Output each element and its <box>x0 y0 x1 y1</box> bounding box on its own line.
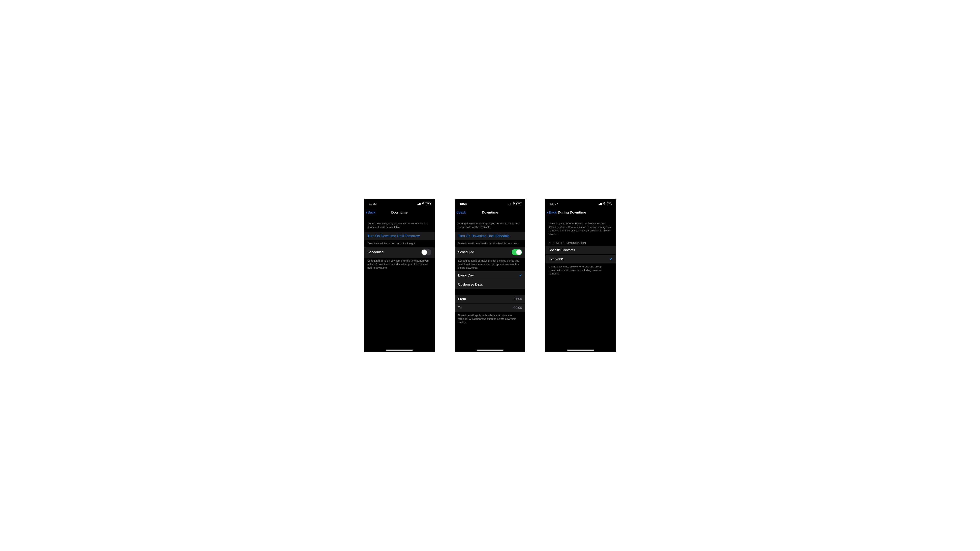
every-day-row[interactable]: Every Day ✓ <box>455 271 525 280</box>
section-gap <box>455 289 525 295</box>
turn-on-caption: Downtime will be turned on until schedul… <box>455 240 525 247</box>
cellular-signal-icon <box>598 203 602 205</box>
status-time: 18:27 <box>369 202 377 205</box>
content: During downtime, only apps you choose to… <box>364 217 434 352</box>
home-indicator[interactable] <box>386 349 413 351</box>
scheduled-label: Scheduled <box>458 250 474 254</box>
status-right: 25 <box>598 202 612 205</box>
wifi-icon <box>422 202 425 205</box>
page-title: During Downtime <box>558 211 586 214</box>
turn-on-label: Turn On Downtime Until Tomorrow <box>368 234 420 238</box>
scheduled-label: Scheduled <box>368 250 383 254</box>
status-right: 25 <box>508 202 522 205</box>
status-bar: 18:27 25 <box>546 199 616 208</box>
checkmark-icon: ✓ <box>609 257 612 261</box>
battery-icon: 25 <box>426 202 431 205</box>
content: Limits apply to Phone, FaceTime, Message… <box>546 217 616 352</box>
nav-bar: ‹ Back Downtime <box>455 208 525 217</box>
from-label: From <box>458 297 466 301</box>
chevron-left-icon: ‹ <box>366 210 368 215</box>
cellular-signal-icon <box>417 203 421 205</box>
turn-on-downtime-button[interactable]: Turn On Downtime Until Schedule <box>455 232 525 240</box>
status-bar: 18:27 25 <box>455 199 525 208</box>
content: During downtime, only apps you choose to… <box>455 217 525 352</box>
phones-row: 18:27 25 ‹ Back Downtime During downtime… <box>364 199 616 352</box>
every-day-label: Every Day <box>458 273 474 278</box>
status-time: 18:27 <box>550 202 558 205</box>
checkmark-icon: ✓ <box>519 273 522 278</box>
to-value: 09:00 <box>513 306 522 310</box>
everyone-label: Everyone <box>549 257 563 261</box>
scheduled-caption: Scheduled turns on downtime for the time… <box>364 258 434 271</box>
to-label: To <box>458 306 461 310</box>
section-header-allowed-communication: ALLOWED COMMUNICATION <box>546 239 616 246</box>
home-indicator[interactable] <box>567 349 594 351</box>
back-label: Back <box>368 211 375 214</box>
wifi-icon <box>603 202 606 205</box>
status-right: 25 <box>417 202 431 205</box>
battery-icon: 25 <box>516 202 521 205</box>
turn-on-label: Turn On Downtime Until Schedule <box>458 234 509 238</box>
back-label: Back <box>549 211 557 214</box>
customise-days-label: Customise Days <box>458 283 483 287</box>
specific-contacts-row[interactable]: Specific Contacts <box>546 246 616 254</box>
scheduled-toggle[interactable] <box>421 249 431 256</box>
home-indicator[interactable] <box>477 349 503 351</box>
to-row[interactable]: To 09:00 <box>455 303 525 312</box>
from-row[interactable]: From 21:00 <box>455 295 525 303</box>
chevron-left-icon: ‹ <box>457 210 458 215</box>
from-value: 21:00 <box>513 297 522 301</box>
back-button[interactable]: ‹ Back <box>547 210 557 215</box>
wifi-icon <box>512 202 515 205</box>
back-button[interactable]: ‹ Back <box>366 210 375 215</box>
back-button[interactable]: ‹ Back <box>457 210 466 215</box>
scheduled-toggle[interactable] <box>512 249 522 256</box>
turn-on-caption: Downtime will be turned on until midnigh… <box>364 240 434 247</box>
phone-screen-3: 18:27 25 ‹ Back During Downtime Limits a… <box>546 199 616 352</box>
nav-bar: ‹ Back During Downtime <box>546 208 616 217</box>
back-label: Back <box>458 211 466 214</box>
nav-bar: ‹ Back Downtime <box>364 208 434 217</box>
battery-icon: 25 <box>607 202 612 205</box>
customise-days-row[interactable]: Customise Days <box>455 280 525 289</box>
status-time: 18:27 <box>460 202 467 205</box>
intro-text: During downtime, only apps you choose to… <box>455 217 525 232</box>
scheduled-row[interactable]: Scheduled <box>455 247 525 258</box>
status-bar: 18:27 25 <box>364 199 434 208</box>
phone-screen-2: 18:27 25 ‹ Back Downtime During downtime… <box>455 199 525 352</box>
chevron-left-icon: ‹ <box>547 210 549 215</box>
phone-screen-1: 18:27 25 ‹ Back Downtime During downtime… <box>364 199 434 352</box>
cellular-signal-icon <box>508 203 511 205</box>
everyone-caption: During downtime, allow one-to-one and gr… <box>546 264 616 277</box>
intro-text: During downtime, only apps you choose to… <box>364 217 434 232</box>
turn-on-downtime-button[interactable]: Turn On Downtime Until Tomorrow <box>364 232 434 240</box>
time-caption: Downtime will apply to this device. A do… <box>455 312 525 326</box>
specific-contacts-label: Specific Contacts <box>549 248 575 252</box>
scheduled-row[interactable]: Scheduled <box>364 247 434 258</box>
scheduled-caption: Scheduled turns on downtime for the time… <box>455 258 525 271</box>
everyone-row[interactable]: Everyone ✓ <box>546 254 616 264</box>
intro-text: Limits apply to Phone, FaceTime, Message… <box>546 217 616 239</box>
